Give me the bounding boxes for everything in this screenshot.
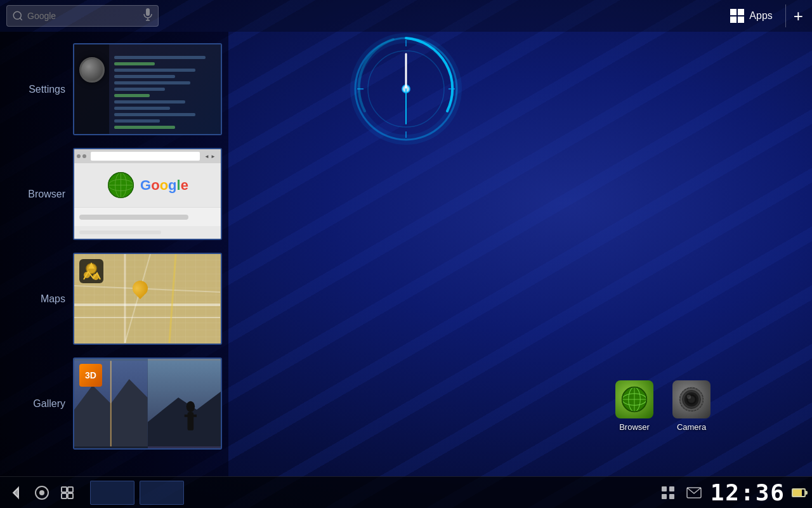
taskbar-back-button[interactable] <box>6 483 27 503</box>
svg-rect-56 <box>68 487 73 492</box>
camera-icon-image <box>672 380 710 418</box>
settings-knob <box>79 57 105 83</box>
taskbar-home-button[interactable] <box>32 483 52 503</box>
recent-label-settings: Settings <box>6 84 73 95</box>
top-bar-right: Apps + <box>725 4 812 27</box>
taskbar-apps-icon[interactable] <box>658 483 678 502</box>
svg-rect-60 <box>669 486 674 491</box>
recent-item-gallery[interactable]: Gallery 3D <box>0 352 228 455</box>
recent-label-browser: Browser <box>6 189 73 200</box>
camera-icon-label: Camera <box>677 422 706 432</box>
settings-menu-lines <box>109 44 221 134</box>
top-divider <box>785 4 786 27</box>
battery-fill <box>793 490 802 496</box>
mic-icon[interactable] <box>143 8 153 23</box>
svg-rect-61 <box>662 494 667 499</box>
recent-label-maps: Maps <box>6 293 73 305</box>
svg-point-36 <box>186 401 194 412</box>
gallery-photo-right <box>148 359 221 448</box>
taskbar: 12:36 <box>0 476 812 508</box>
apps-label: Apps <box>749 10 772 22</box>
clock-svg <box>349 19 463 159</box>
taskbar-email-icon[interactable] <box>684 485 704 501</box>
svg-line-1 <box>20 18 22 20</box>
search-input[interactable] <box>27 11 116 21</box>
browser-icon-image <box>615 380 653 418</box>
svg-point-54 <box>39 490 44 495</box>
recent-item-browser[interactable]: Browser ◄ ► <box>0 143 228 245</box>
browser-top-bar: ◄ ► <box>74 149 221 163</box>
recent-thumb-maps <box>73 253 222 345</box>
taskbar-mini-thumb-1[interactable] <box>90 481 134 505</box>
svg-marker-52 <box>13 488 18 498</box>
recent-item-maps[interactable]: Maps <box>0 248 228 350</box>
apps-button[interactable]: Apps <box>725 6 777 25</box>
battery-icon <box>792 488 806 497</box>
browser-content: Google <box>74 163 221 207</box>
svg-rect-2 <box>146 8 150 16</box>
taskbar-recents-button[interactable] <box>57 483 77 503</box>
svg-line-24 <box>125 254 150 343</box>
google-text: Google <box>140 177 188 194</box>
desktop-icons: Browser Camera <box>615 380 710 432</box>
taskbar-center <box>90 481 184 505</box>
browser-icon-label: Browser <box>619 422 650 432</box>
add-button[interactable]: + <box>794 8 803 24</box>
svg-rect-62 <box>669 494 674 499</box>
clock-widget <box>349 19 463 161</box>
svg-point-50 <box>687 395 691 399</box>
search-icon <box>12 10 23 22</box>
apps-grid-icon <box>730 9 744 23</box>
search-bar[interactable] <box>6 5 159 27</box>
recent-item-settings[interactable]: Settings <box>0 38 228 140</box>
gallery-3d-badge: 3D <box>79 364 102 387</box>
recent-thumb-gallery: 3D <box>73 358 222 450</box>
taskbar-mini-thumb-2[interactable] <box>140 481 184 505</box>
svg-rect-55 <box>62 487 67 492</box>
recent-thumb-settings <box>73 43 222 135</box>
taskbar-time: 12:36 <box>710 479 785 505</box>
top-bar: Apps + <box>0 0 812 32</box>
recent-label-gallery: Gallery <box>6 398 73 410</box>
left-panel: Settings <box>0 32 228 476</box>
taskbar-left <box>6 483 77 503</box>
svg-line-26 <box>169 254 176 343</box>
svg-rect-58 <box>68 493 73 498</box>
svg-rect-57 <box>62 493 67 498</box>
svg-rect-59 <box>662 486 667 491</box>
desktop-icon-camera[interactable]: Camera <box>672 380 710 432</box>
taskbar-right: 12:36 <box>658 479 806 505</box>
desktop-icon-browser[interactable]: Browser <box>615 380 653 432</box>
recent-thumb-browser: ◄ ► Google <box>73 148 222 240</box>
svg-point-0 <box>13 11 21 19</box>
